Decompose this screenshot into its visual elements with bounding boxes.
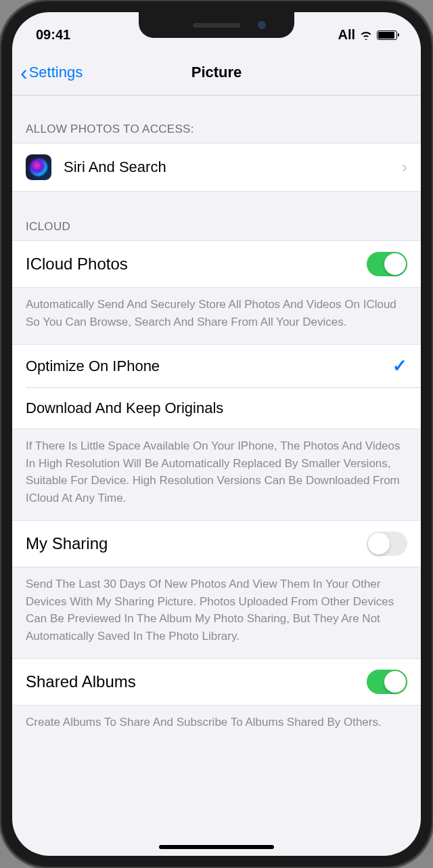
row-shared-albums: Shared Albums (12, 658, 421, 706)
device-notch (139, 12, 294, 38)
row-download-originals[interactable]: Download And Keep Originals (12, 387, 421, 429)
checkmark-icon: ✓ (392, 355, 407, 376)
status-carrier: All (338, 27, 355, 43)
row-optimize[interactable]: Optimize On IPhone ✓ (12, 344, 421, 387)
icloud-photos-label: ICloud Photos (26, 255, 128, 274)
status-time: 09:41 (36, 27, 70, 43)
page-title: Picture (191, 64, 242, 81)
back-button[interactable]: ‹ Settings (20, 62, 83, 83)
wifi-icon (359, 30, 373, 40)
row-icloud-photos: ICloud Photos (12, 240, 421, 288)
siri-icon (26, 154, 51, 180)
shared-albums-toggle[interactable] (367, 670, 407, 694)
chevron-right-icon: › (402, 158, 407, 177)
back-label: Settings (29, 64, 83, 81)
content-scroll[interactable]: ALLOW PHOTOS TO ACCESS: Siri And Search … (12, 95, 421, 856)
row-my-sharing: My Sharing (12, 520, 421, 567)
home-indicator[interactable] (159, 845, 274, 849)
shared-albums-label: Shared Albums (26, 672, 136, 691)
section-header-access: ALLOW PHOTOS TO ACCESS: (12, 95, 421, 143)
row-siri-search[interactable]: Siri And Search › (12, 143, 421, 192)
phone-frame: 09:41 All ‹ Settings Picture ALLOW PHOTO… (0, 0, 433, 868)
icloud-photos-footer: Automatically Send And Securely Store Al… (12, 288, 421, 344)
battery-icon (377, 30, 397, 40)
icloud-photos-toggle[interactable] (367, 252, 407, 276)
download-label: Download And Keep Originals (26, 399, 223, 417)
my-sharing-label: My Sharing (26, 534, 108, 553)
section-header-icloud: ICLOUD (12, 192, 421, 240)
optimize-label: Optimize On IPhone (26, 357, 160, 375)
my-sharing-toggle[interactable] (367, 531, 407, 556)
siri-label: Siri And Search (64, 158, 166, 176)
storage-footer: If There Is Little Space Available On Yo… (12, 429, 421, 520)
chevron-left-icon: ‹ (20, 62, 28, 83)
shared-albums-footer: Create Albums To Share And Subscribe To … (12, 706, 421, 745)
my-sharing-footer: Send The Last 30 Days Of New Photos And … (12, 567, 421, 658)
nav-bar: ‹ Settings Picture (12, 49, 421, 95)
